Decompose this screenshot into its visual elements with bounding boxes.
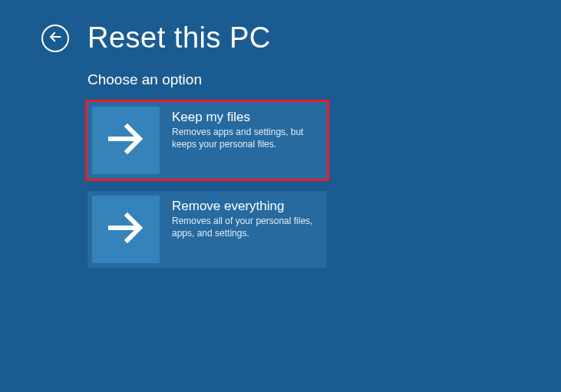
option-remove-everything[interactable]: Remove everything Removes all of your pe…	[87, 191, 327, 268]
option-icon-container	[92, 196, 160, 263]
back-arrow-icon	[48, 30, 62, 47]
arrow-right-icon	[107, 120, 144, 160]
subtitle: Choose an option	[87, 71, 561, 88]
header: Reset this PC	[0, 0, 561, 54]
back-button[interactable]	[41, 25, 69, 52]
option-title: Remove everything	[172, 199, 318, 214]
option-title: Keep my files	[172, 110, 318, 125]
content-area: Choose an option Keep my files Removes a…	[0, 54, 561, 268]
page-title: Reset this PC	[87, 21, 271, 54]
option-description: Removes apps and settings, but keeps you…	[172, 127, 318, 150]
option-text-container: Keep my files Removes apps and settings,…	[164, 102, 327, 179]
option-icon-container	[92, 107, 160, 174]
option-keep-my-files[interactable]: Keep my files Removes apps and settings,…	[87, 102, 327, 179]
option-text-container: Remove everything Removes all of your pe…	[164, 191, 327, 268]
option-description: Removes all of your personal files, apps…	[172, 216, 318, 239]
arrow-right-icon	[107, 209, 144, 249]
